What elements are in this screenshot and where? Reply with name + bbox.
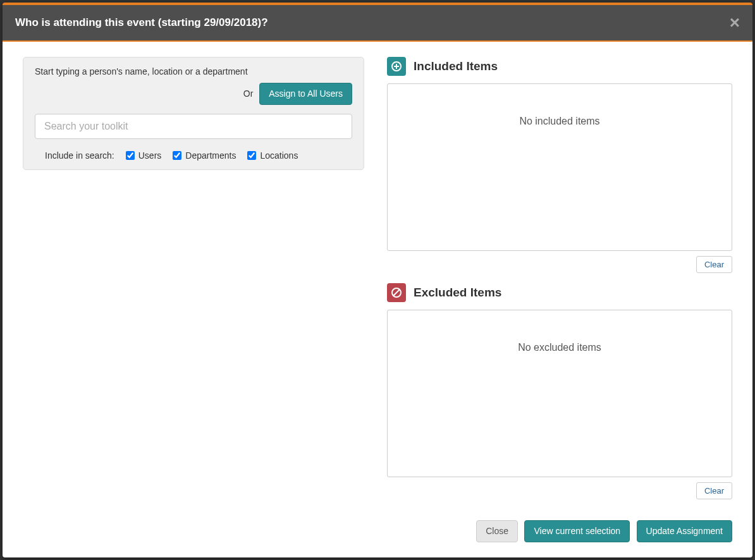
modal-body: Start typing a person's name, location o…: [3, 42, 752, 510]
filter-users-checkbox[interactable]: [126, 151, 135, 160]
or-label: Or: [243, 88, 254, 99]
excluded-empty-text: No excluded items: [518, 342, 601, 353]
close-icon[interactable]: ×: [730, 14, 740, 32]
search-column: Start typing a person's name, location o…: [23, 57, 364, 500]
modal-footer: Close View current selection Update Assi…: [3, 510, 752, 557]
excluded-clear-button[interactable]: Clear: [696, 482, 732, 499]
ban-circle-icon: [387, 283, 406, 302]
assign-all-button[interactable]: Assign to All Users: [259, 83, 352, 105]
filter-locations-text: Locations: [260, 150, 298, 161]
filter-locations-label[interactable]: Locations: [247, 150, 298, 161]
included-title: Included Items: [414, 59, 498, 73]
close-button[interactable]: Close: [476, 520, 518, 542]
items-column: Included Items No included items Clear E…: [387, 57, 732, 500]
included-section: Included Items No included items Clear: [387, 57, 732, 283]
filter-departments-label[interactable]: Departments: [173, 150, 236, 161]
modal-dialog: Who is attending this event (starting 29…: [3, 3, 752, 557]
filter-departments-text: Departments: [185, 150, 236, 161]
search-panel: Start typing a person's name, location o…: [23, 57, 364, 170]
modal-header: Who is attending this event (starting 29…: [3, 5, 752, 42]
search-instruction: Start typing a person's name, location o…: [35, 66, 352, 76]
include-label: Include in search:: [45, 150, 114, 161]
assign-row: Or Assign to All Users: [35, 83, 352, 105]
filter-locations-checkbox[interactable]: [247, 151, 256, 160]
search-input[interactable]: [35, 114, 352, 139]
update-assignment-button[interactable]: Update Assignment: [637, 520, 732, 542]
plus-circle-icon: [387, 57, 406, 76]
included-items-box[interactable]: No included items: [387, 83, 732, 251]
included-header: Included Items: [387, 57, 732, 76]
included-clear-button[interactable]: Clear: [696, 256, 732, 273]
search-filters: Include in search: Users Departments Loc…: [35, 150, 352, 161]
excluded-header: Excluded Items: [387, 283, 732, 302]
view-selection-button[interactable]: View current selection: [524, 520, 630, 542]
excluded-title: Excluded Items: [414, 286, 501, 300]
filter-users-text: Users: [138, 150, 162, 161]
included-empty-text: No included items: [519, 116, 599, 127]
excluded-section: Excluded Items No excluded items Clear: [387, 283, 732, 509]
filter-departments-checkbox[interactable]: [173, 151, 181, 160]
filter-users-label[interactable]: Users: [126, 150, 162, 161]
excluded-items-box[interactable]: No excluded items: [387, 310, 732, 477]
modal-title: Who is attending this event (starting 29…: [15, 16, 268, 29]
